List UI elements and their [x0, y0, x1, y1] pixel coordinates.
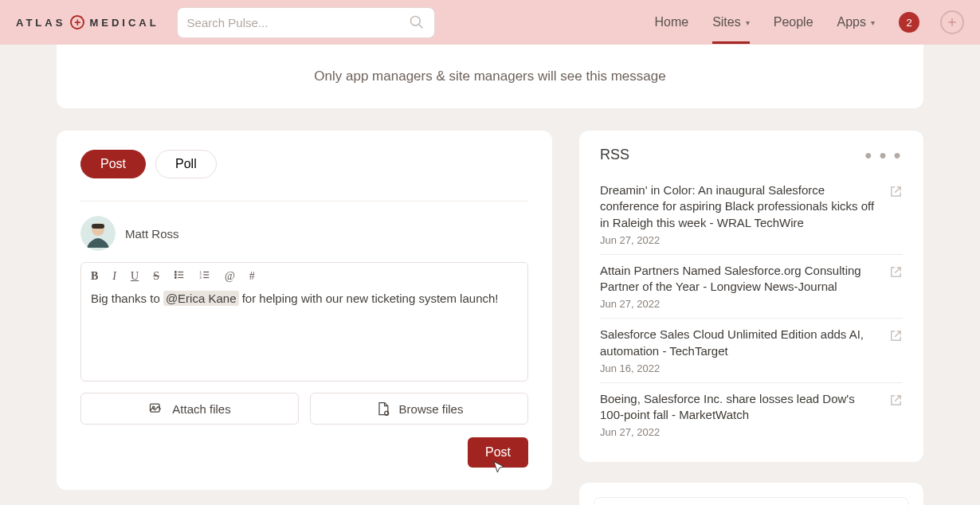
nav-sites[interactable]: Sites▾ [712, 15, 750, 29]
svg-point-7 [174, 272, 176, 273]
attach-files-button[interactable]: Attach files [80, 393, 299, 425]
rss-item-date: Jun 16, 2022 [600, 362, 880, 374]
rss-item-title: Boeing, Salesforce Inc. share losses lea… [600, 391, 880, 424]
more-menu[interactable]: ● ● ● [864, 148, 903, 162]
ordered-list-button[interactable]: 123 [199, 269, 210, 284]
underline-button[interactable]: U [131, 270, 139, 283]
rss-item[interactable]: Boeing, Salesforce Inc. share losses lea… [600, 383, 903, 447]
failed-tile-card: This tile failed to load [579, 483, 923, 505]
chevron-down-icon: ▾ [871, 18, 875, 27]
logo-text-left: ATLAS [16, 17, 65, 29]
svg-point-0 [410, 17, 420, 26]
strikethrough-button[interactable]: S [153, 270, 159, 283]
nav-people[interactable]: People [774, 15, 813, 29]
italic-button[interactable]: I [112, 270, 116, 283]
svg-point-9 [174, 274, 176, 276]
rss-item[interactable]: Attain Partners Named Salesforce.org Con… [600, 255, 903, 319]
notifications-badge[interactable]: 2 [899, 12, 919, 33]
post-button[interactable]: Post [468, 437, 528, 468]
rss-item-date: Jun 27, 2022 [600, 234, 880, 246]
mention-chip[interactable]: @Erica Kane [163, 291, 239, 306]
external-link-icon[interactable] [890, 394, 903, 439]
rss-item-title: Attain Partners Named Salesforce.org Con… [600, 263, 880, 296]
rss-item[interactable]: Salesforce Sales Cloud Unlimited Edition… [600, 319, 903, 383]
avatar [80, 216, 116, 251]
tab-poll[interactable]: Poll [155, 150, 217, 178]
rss-item-date: Jun 27, 2022 [600, 426, 880, 438]
rss-item-title: Salesforce Sales Cloud Unlimited Edition… [600, 327, 880, 359]
plus-icon: + [70, 15, 84, 29]
svg-rect-6 [92, 224, 104, 229]
unordered-list-button[interactable] [174, 269, 185, 284]
logo-text-right: MEDICAL [89, 17, 159, 29]
bold-button[interactable]: B [91, 270, 98, 283]
svg-line-1 [419, 25, 423, 29]
composer-user-name: Matt Ross [125, 227, 179, 241]
nav-apps[interactable]: Apps▾ [837, 15, 875, 29]
plus-icon [947, 17, 958, 28]
global-search[interactable] [177, 7, 435, 38]
chevron-down-icon: ▾ [746, 18, 750, 27]
post-body[interactable]: Big thanks to @Erica Kane for helping wi… [81, 290, 527, 313]
hashtag-button[interactable]: # [249, 270, 255, 283]
mention-button[interactable]: @ [225, 270, 235, 283]
svg-text:3: 3 [200, 276, 202, 280]
browse-files-button[interactable]: Browse files [310, 393, 528, 425]
post-editor[interactable]: B I U S 123 @ # Big thanks to @Erica Kan… [80, 262, 528, 382]
rss-item-date: Jun 27, 2022 [600, 298, 880, 310]
rss-card: RSS ● ● ● Dreamin' in Color: An inaugura… [579, 131, 923, 462]
tab-post[interactable]: Post [80, 150, 146, 178]
rss-item-title: Dreamin' in Color: An inaugural Salesfor… [600, 182, 880, 231]
logo[interactable]: ATLAS + MEDICAL [16, 15, 159, 29]
info-banner: Only app managers & site managers will s… [57, 45, 923, 108]
nav-home[interactable]: Home [654, 15, 688, 29]
composer-card: Post Poll Matt Ross B I U S [57, 131, 552, 490]
cursor-icon [492, 460, 506, 476]
svg-point-11 [174, 277, 176, 279]
rss-title: RSS [600, 147, 629, 163]
external-link-icon[interactable] [890, 330, 903, 374]
attachment-icon [148, 401, 164, 417]
search-input[interactable] [187, 16, 409, 29]
add-button[interactable] [940, 10, 964, 34]
external-link-icon[interactable] [890, 186, 903, 246]
file-icon [375, 401, 391, 417]
search-icon [409, 14, 425, 30]
external-link-icon[interactable] [890, 266, 903, 311]
rss-item[interactable]: Dreamin' in Color: An inaugural Salesfor… [600, 174, 903, 255]
failed-tile-message: This tile failed to load [594, 497, 909, 505]
